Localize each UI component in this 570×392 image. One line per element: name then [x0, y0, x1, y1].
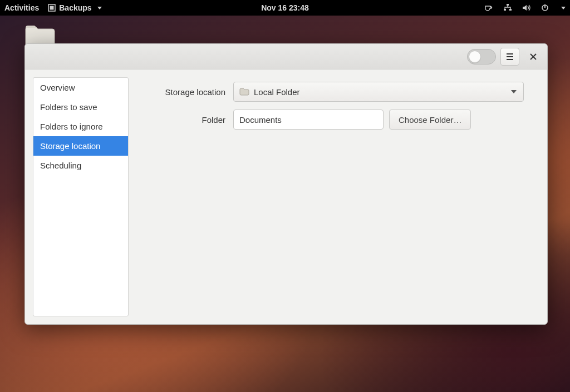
- app-menu-icon: [48, 4, 56, 12]
- sidebar-item-label: Scheduling: [40, 161, 81, 170]
- close-button[interactable]: [524, 48, 543, 66]
- folder-label: Folder: [151, 115, 233, 125]
- sidebar-item-overview[interactable]: Overview: [33, 78, 128, 97]
- close-icon: [530, 53, 537, 60]
- sidebar-item-label: Folders to save: [40, 102, 97, 112]
- volume-icon[interactable]: [522, 4, 531, 12]
- choose-folder-label: Choose Folder…: [399, 115, 461, 125]
- backup-enable-switch[interactable]: [467, 49, 496, 64]
- clock[interactable]: Nov 16 23:48: [261, 3, 309, 12]
- app-menu[interactable]: Backups: [48, 3, 101, 12]
- headerbar: [25, 44, 547, 70]
- sidebar-item-scheduling[interactable]: Scheduling: [33, 156, 128, 175]
- folder-row: Folder Choose Folder…: [151, 110, 524, 130]
- window-content: Overview Folders to save Folders to igno…: [25, 70, 547, 324]
- sidebar-item-label: Storage location: [40, 141, 100, 151]
- chevron-down-icon: [511, 90, 517, 93]
- network-icon[interactable]: [503, 4, 512, 12]
- svg-rect-4: [509, 9, 512, 11]
- svg-rect-2: [507, 4, 509, 6]
- storage-location-label: Storage location: [151, 87, 233, 97]
- folder-icon: [239, 88, 249, 96]
- storage-location-value: Local Folder: [254, 87, 300, 97]
- hamburger-icon: [505, 53, 514, 61]
- sidebar: Overview Folders to save Folders to igno…: [33, 77, 129, 316]
- folder-input[interactable]: [233, 110, 384, 130]
- sidebar-item-label: Folders to ignore: [40, 122, 103, 131]
- sidebar-item-label: Overview: [40, 83, 75, 92]
- backups-window: Overview Folders to save Folders to igno…: [24, 43, 548, 325]
- storage-location-dropdown[interactable]: Local Folder: [233, 82, 524, 102]
- storage-location-row: Storage location Local Folder: [151, 82, 524, 102]
- power-icon[interactable]: [541, 4, 549, 12]
- sidebar-item-folders-to-ignore[interactable]: Folders to ignore: [33, 117, 128, 136]
- system-menu-chevron-icon[interactable]: [561, 7, 566, 9]
- main-panel: Storage location Local Folder Folder Cho…: [129, 77, 539, 316]
- sidebar-item-storage-location[interactable]: Storage location: [33, 136, 128, 156]
- caffeine-icon[interactable]: [484, 4, 493, 12]
- sidebar-item-folders-to-save[interactable]: Folders to save: [33, 97, 128, 117]
- choose-folder-button[interactable]: Choose Folder…: [389, 110, 471, 130]
- app-menu-label: Backups: [59, 3, 91, 12]
- top-panel: Activities Backups Nov 16 23:48: [0, 0, 570, 16]
- hamburger-menu-button[interactable]: [500, 48, 519, 66]
- chevron-down-icon: [97, 7, 102, 9]
- svg-rect-3: [504, 9, 506, 11]
- switch-knob: [469, 51, 481, 63]
- activities-button[interactable]: Activities: [4, 3, 39, 12]
- svg-rect-1: [50, 6, 54, 10]
